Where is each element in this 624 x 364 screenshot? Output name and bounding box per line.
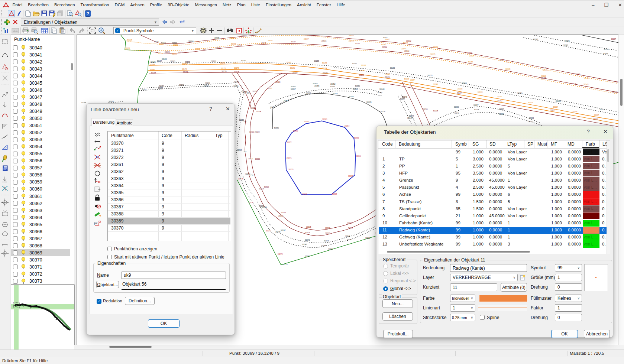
svg-text:30137: 30137 [469, 55, 475, 57]
svg-text:30170: 30170 [182, 68, 187, 70]
svg-text:30125: 30125 [575, 74, 581, 75]
svg-text:30327: 30327 [267, 88, 272, 90]
svg-text:30199: 30199 [478, 91, 483, 93]
svg-text:30372: 30372 [287, 142, 292, 143]
svg-text:px: px [94, 221, 98, 225]
svg-text:30244: 30244 [321, 245, 326, 247]
svg-text:255: 255 [243, 121, 246, 123]
svg-text:30368: 30368 [332, 193, 337, 195]
svg-text:30025: 30025 [125, 48, 130, 49]
svg-text:30328: 30328 [275, 81, 281, 83]
svg-text:30193: 30193 [404, 78, 409, 80]
svg-text:30187: 30187 [360, 70, 365, 72]
svg-text:30022: 30022 [178, 52, 183, 53]
svg-text:30325: 30325 [250, 107, 256, 109]
svg-text:30099: 30099 [603, 53, 608, 55]
svg-text:30367: 30367 [348, 175, 353, 177]
svg-text:30040: 30040 [349, 40, 354, 42]
svg-text:30026: 30026 [127, 39, 132, 41]
svg-text:30264: 30264 [159, 85, 164, 87]
svg-text:30008: 30008 [242, 35, 247, 36]
svg-text:30185: 30185 [323, 72, 328, 74]
svg-text:30364: 30364 [345, 125, 350, 127]
svg-text:30267: 30267 [142, 89, 147, 91]
svg-text:30016: 30016 [321, 40, 327, 42]
svg-text:30371: 30371 [287, 157, 292, 159]
svg-text:30312: 30312 [325, 227, 330, 229]
svg-text:30043: 30043 [403, 42, 408, 44]
svg-text:30152: 30152 [556, 100, 561, 102]
svg-text:30013: 30013 [404, 50, 410, 52]
svg-text:30230: 30230 [454, 113, 459, 114]
svg-text:30034: 30034 [230, 37, 236, 39]
svg-text:30014: 30014 [382, 46, 387, 48]
svg-text:30012: 30012 [406, 40, 411, 42]
svg-text:30151: 30151 [599, 109, 605, 111]
svg-text:30169: 30169 [183, 71, 188, 73]
svg-text:30243: 30243 [324, 240, 329, 242]
svg-text:30223: 30223 [528, 121, 533, 123]
svg-text:30334: 30334 [349, 96, 354, 98]
svg-text:30313: 30313 [325, 233, 330, 234]
svg-text:30265: 30265 [158, 87, 163, 89]
svg-text:30020: 30020 [216, 47, 221, 49]
svg-text:30164: 30164 [157, 60, 162, 62]
svg-text:30182: 30182 [286, 62, 291, 64]
svg-text:30005: 30005 [214, 37, 220, 39]
svg-text:?: ? [87, 11, 89, 16]
svg-text:30191: 30191 [385, 76, 390, 78]
svg-text:30158: 30158 [314, 60, 319, 62]
svg-text:30252: 30252 [245, 173, 250, 175]
svg-text:30356: 30356 [291, 86, 296, 88]
svg-text:30033: 30033 [231, 43, 236, 45]
svg-text:30280: 30280 [305, 256, 310, 257]
svg-text:30314: 30314 [305, 232, 310, 234]
svg-text:30142: 30142 [584, 78, 589, 79]
svg-text:30166: 30166 [150, 64, 155, 66]
svg-text:30260: 30260 [233, 85, 239, 87]
svg-text:30165: 30165 [151, 61, 156, 63]
svg-text:30023: 30023 [165, 51, 170, 53]
svg-text:30161: 30161 [211, 61, 216, 62]
svg-text:30276: 30276 [248, 202, 253, 204]
svg-text:30168: 30168 [151, 72, 156, 74]
svg-text:30136: 30136 [468, 61, 473, 63]
svg-text:30331: 30331 [284, 100, 289, 102]
svg-text:30037: 30037 [304, 38, 309, 40]
svg-text:30173: 30173 [221, 68, 226, 69]
svg-text:30202: 30202 [497, 100, 502, 102]
svg-text:30360: 30360 [274, 127, 279, 129]
svg-text:30002: 30002 [161, 42, 166, 44]
svg-text:30245: 30245 [305, 239, 310, 241]
svg-text:30348: 30348 [379, 88, 385, 90]
svg-text:30198: 30198 [458, 88, 463, 90]
svg-text:30174: 30174 [222, 71, 227, 72]
svg-text:30001: 30001 [154, 41, 159, 43]
svg-text:30171: 30171 [182, 63, 187, 65]
svg-text:30316: 30316 [281, 212, 286, 214]
svg-text:30194: 30194 [410, 79, 416, 81]
svg-text:30167: 30167 [150, 69, 155, 71]
svg-text:30139: 30139 [505, 68, 511, 70]
svg-text:30204: 30204 [553, 106, 558, 108]
svg-text:251: 251 [250, 175, 253, 176]
svg-text:30228: 30228 [474, 109, 479, 111]
svg-text:30138: 30138 [506, 62, 511, 64]
svg-text:30004: 30004 [188, 40, 194, 42]
svg-text:.30268: .30268 [81, 102, 86, 104]
svg-text:30226: 30226 [499, 113, 504, 115]
svg-text:30159: 30159 [162, 58, 167, 60]
svg-text:30029: 30029 [172, 53, 177, 55]
svg-text:30135: 30135 [430, 53, 436, 55]
svg-text:30177: 30177 [233, 62, 239, 64]
svg-text:30278: 30278 [278, 253, 283, 255]
svg-text:30298: 30298 [433, 110, 438, 112]
svg-text:30329: 30329 [270, 107, 275, 108]
svg-text:30207: 30207 [594, 114, 599, 116]
svg-text:30225: 30225 [499, 108, 504, 110]
svg-text:30183: 30183 [322, 62, 327, 64]
svg-text:30362: 30362 [304, 121, 309, 123]
svg-text:30320: 30320 [255, 158, 260, 160]
svg-text:30344: 30344 [409, 115, 414, 117]
svg-text:30281: 30281 [328, 248, 333, 250]
